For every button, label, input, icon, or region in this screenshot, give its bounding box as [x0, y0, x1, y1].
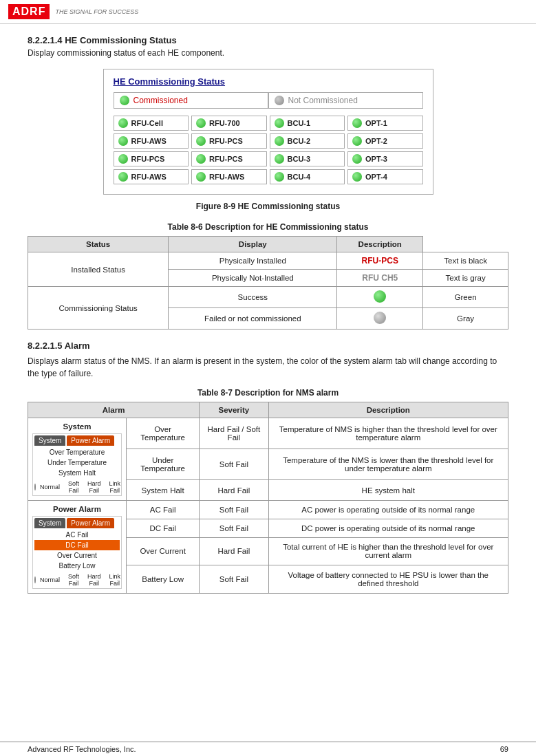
- system-row-under-temp: Under Temperature: [34, 457, 120, 468]
- bcu-1-dot: [275, 118, 284, 128]
- td-under-temp-name: Under Temperature: [127, 449, 200, 480]
- power-system-tab: System: [34, 518, 65, 528]
- he-commissioning-box: HE Commissioning Status Commissioned Not…: [103, 69, 433, 195]
- td-system-halt-severity: Hard Fail: [200, 480, 268, 501]
- status-legend: Commissioned Not Commissioned: [114, 92, 423, 109]
- opt-2-dot: [352, 136, 362, 146]
- power-row-battery: Battery Low: [34, 561, 120, 571]
- th-alarm: Alarm: [28, 402, 200, 418]
- td-commissioning-status: Commissioning Status: [28, 287, 169, 330]
- table-8-6: Status Display Description Installed Sta…: [28, 236, 508, 330]
- td-physically-installed-label: Physically Installed: [169, 252, 337, 270]
- opt-3-label: OPT-3: [365, 155, 387, 163]
- power-row-over: Over Current: [34, 550, 120, 561]
- td-over-current-name: Over Current: [127, 537, 200, 565]
- grid-cell-opt-4: OPT-4: [347, 169, 423, 184]
- grid-cell-rfu-aws-1: RFU-AWS: [114, 133, 189, 149]
- th-desc-alarm: Description: [268, 402, 508, 418]
- th-status: Status: [28, 237, 169, 252]
- rfu-pcs-1-dot: [196, 136, 206, 146]
- rfu-pcs-2-label: RFU-PCS: [131, 155, 165, 163]
- legend-normal-dot: [34, 484, 36, 490]
- grid-cell-bcu-1: BCU-1: [270, 116, 345, 131]
- legend-normal-label: Normal: [40, 484, 60, 490]
- bcu-4-dot: [275, 172, 284, 182]
- td-gray: Gray: [423, 308, 508, 330]
- section-8225-title: 8.2.2.1.5 Alarm: [28, 341, 508, 351]
- td-circle-green: [337, 287, 423, 308]
- success-circle-icon: [374, 290, 386, 303]
- td-over-temp-name: Over Temperature: [127, 418, 200, 449]
- system-label: System: [32, 422, 122, 431]
- page-content: 8.2.2.1.4 HE Commissioning Status Displa…: [0, 24, 536, 646]
- rfu-cell-dot: [118, 118, 128, 128]
- rfu-700-label: RFU-700: [209, 119, 240, 127]
- power-tab: Power Alarm: [67, 518, 114, 528]
- system-mockup-header: System Power Alarm: [34, 435, 120, 446]
- grid-cell-bcu-4: BCU-4: [270, 169, 345, 184]
- rfu-pcs-3-dot: [196, 154, 206, 164]
- grid-cell-rfu-pcs-3: RFU-PCS: [191, 151, 267, 166]
- power-alarm-label: Power Alarm: [32, 505, 122, 513]
- legend-commissioned: Commissioned: [114, 92, 268, 109]
- commissioned-label: Commissioned: [133, 96, 188, 105]
- bcu-4-label: BCU-4: [288, 173, 311, 181]
- bcu-3-label: BCU-3: [288, 155, 311, 163]
- th-severity: Severity: [200, 402, 268, 418]
- td-over-current-severity: Hard Fail: [200, 537, 268, 565]
- component-grid: RFU-Cell RFU-700 BCU-1 OPT-1: [114, 116, 423, 184]
- td-text-gray: Text is gray: [423, 270, 508, 287]
- power-legend-softfail-label: Soft Fail: [68, 573, 79, 587]
- not-commissioned-label: Not Commissioned: [288, 96, 358, 105]
- opt-4-label: OPT-4: [365, 173, 387, 181]
- opt-4-dot: [352, 172, 362, 182]
- td-green: Green: [423, 287, 508, 308]
- rfu-aws-1-label: RFU-AWS: [131, 137, 167, 145]
- rfu-pcs-display-text: RFU-PCS: [362, 256, 398, 266]
- opt-1-label: OPT-1: [365, 119, 387, 127]
- rfu-aws-3-dot: [196, 172, 206, 182]
- alarm-row-power-1: Power Alarm System Power Alarm AC Fail D…: [28, 501, 508, 519]
- opt-1-dot: [352, 118, 362, 128]
- rfu-700-dot: [196, 118, 206, 128]
- td-system-halt-desc: HE system halt: [268, 480, 508, 501]
- failed-circle-icon: [374, 312, 386, 324]
- td-dc-fail-name: DC Fail: [127, 519, 200, 537]
- td-failed-label: Failed or not commissioned: [169, 308, 337, 330]
- rfu-pcs-3-label: RFU-PCS: [209, 155, 243, 163]
- figure-8-9-bold: Figure 8-9 HE Commissioning status: [196, 202, 340, 211]
- section-8225-desc: Displays alarm status of the NMS. If an …: [28, 355, 508, 380]
- rfu-cell-label: RFU-Cell: [131, 119, 163, 127]
- opt-2-label: OPT-2: [365, 137, 387, 145]
- table-8-6-bold: Table 8-6 Description for HE Commissioni…: [168, 222, 369, 232]
- grid-row-4: RFU-AWS RFU-AWS BCU-4 OPT-4: [114, 169, 423, 184]
- system-row-halt: System Halt: [34, 468, 120, 478]
- td-rfu-ch5-display: RFU CH5: [337, 270, 423, 287]
- bcu-2-label: BCU-2: [288, 137, 311, 145]
- logo-text: ADRF: [12, 6, 45, 17]
- td-under-temp-severity: Soft Fail: [200, 449, 268, 480]
- legend-linkfail-label: Link Fail: [109, 480, 121, 494]
- td-under-temp-desc: Temperature of the NMS is lower than the…: [268, 449, 508, 480]
- power-alarm-tab: Power Alarm: [67, 435, 114, 446]
- power-legend-normal-dot: [34, 576, 36, 583]
- grid-cell-rfu-700: RFU-700: [191, 116, 267, 131]
- td-battery-low-name: Battery Low: [127, 565, 200, 594]
- td-rfu-pcs-display: RFU-PCS: [337, 252, 423, 270]
- section-8224-title: 8.2.2.1.4 HE Commissioning Status: [28, 35, 508, 45]
- commissioned-dot: [120, 96, 129, 105]
- opt-3-dot: [352, 154, 362, 164]
- power-mockup-header: System Power Alarm: [34, 518, 120, 528]
- bcu-3-dot: [275, 154, 284, 164]
- td-ac-fail-severity: Soft Fail: [200, 501, 268, 519]
- td-ac-fail-desc: AC power is operating outside of its nor…: [268, 501, 508, 519]
- alarm-row-system-1: System System Power Alarm Over Temperatu…: [28, 418, 508, 449]
- system-legend: Normal Soft Fail Hard Fail Link Fail: [34, 480, 120, 494]
- td-physically-not-installed: Physically Not-Installed: [169, 270, 337, 287]
- td-text-black: Text is black: [423, 252, 508, 270]
- grid-row-1: RFU-Cell RFU-700 BCU-1 OPT-1: [114, 116, 423, 131]
- footer-company: Advanced RF Technologies, Inc.: [28, 745, 136, 753]
- table-row-installed-1: Installed Status Physically Installed RF…: [28, 252, 508, 270]
- td-battery-low-severity: Soft Fail: [200, 565, 268, 594]
- td-ac-fail-name: AC Fail: [127, 501, 200, 519]
